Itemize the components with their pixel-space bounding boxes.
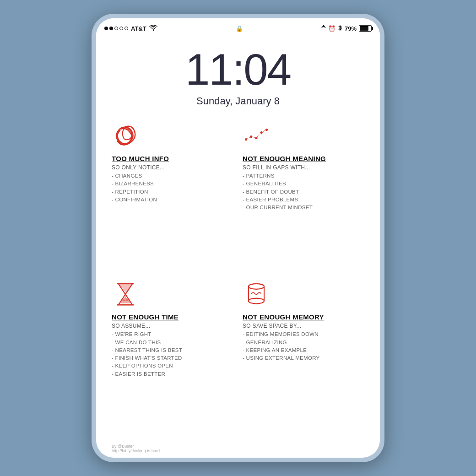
q1-title: Too Much Info xyxy=(112,155,233,162)
battery-fill xyxy=(360,26,368,31)
trend-line-icon xyxy=(243,122,270,150)
alarm-icon: ⏰ xyxy=(328,25,335,32)
footer-credit: By @Busterhttp://bit.ly/thinking-is-hard xyxy=(96,441,380,458)
phone-outer: AT&T 🔒 xyxy=(92,14,384,462)
clock-section: 11:04 Sunday, January 8 xyxy=(96,38,380,112)
quadrant-4: Not Enough Memory So Save Space By... - … xyxy=(238,275,369,441)
database-icon xyxy=(243,281,270,308)
quadrant-2: Not Enough Meaning So Fill in Gaps With.… xyxy=(238,116,369,275)
lock-icon: 🔒 xyxy=(236,25,243,32)
q4-icon-area xyxy=(243,278,364,310)
q4-title: Not Enough Memory xyxy=(243,313,364,321)
credit-text: By @Busterhttp://bit.ly/thinking-is-hard xyxy=(112,444,160,453)
content-grid: Too Much Info So Only Notice... - Change… xyxy=(96,112,380,441)
bluetooth-icon xyxy=(338,25,342,32)
quadrant-1: Too Much Info So Only Notice... - Change… xyxy=(107,116,238,275)
quadrant-3: Not Enough Time So Assume... - We're Rig… xyxy=(107,275,238,441)
list-item: - We're Right xyxy=(112,330,233,338)
list-item: - We Can Do This xyxy=(112,339,233,346)
q4-list: - Editing Memories Down - Generalizing -… xyxy=(243,330,364,362)
list-item: - Our Current Mindset xyxy=(243,204,364,211)
location-icon xyxy=(321,25,326,32)
q2-subtitle: So Fill in Gaps With... xyxy=(243,164,364,171)
carrier-label: AT&T xyxy=(131,25,146,32)
svg-point-11 xyxy=(249,298,264,304)
hourglass-icon xyxy=(112,281,139,308)
signal-dot-5 xyxy=(124,27,128,30)
list-item: - Easier Problems xyxy=(243,196,364,204)
signal-dot-3 xyxy=(114,27,118,30)
q3-title: Not Enough Time xyxy=(112,313,233,321)
clock-date: Sunday, January 8 xyxy=(96,95,380,107)
list-item: - Confirmation xyxy=(112,196,233,204)
battery-icon xyxy=(359,25,372,32)
signal-dot-2 xyxy=(109,27,113,30)
q2-title: Not Enough Meaning xyxy=(243,155,364,162)
phone-screen: AT&T 🔒 xyxy=(96,18,380,458)
list-item: - Editing Memories Down xyxy=(243,330,364,338)
list-item: - Keeping An Example xyxy=(243,346,364,354)
svg-point-8 xyxy=(249,284,264,289)
list-item: - Keep Options Open xyxy=(112,362,233,370)
q1-list: - Changes - Bizarreness - Repetition - C… xyxy=(112,172,233,204)
svg-point-0 xyxy=(153,29,154,30)
signal-dots xyxy=(104,27,128,30)
list-item: - Nearest Thing Is Best xyxy=(112,346,233,354)
list-item: - Patterns xyxy=(243,172,364,180)
status-center: 🔒 xyxy=(236,25,243,32)
q4-subtitle: So Save Space By... xyxy=(243,323,364,329)
q2-icon-area xyxy=(243,120,364,152)
signal-dot-1 xyxy=(104,27,108,30)
status-left: AT&T xyxy=(104,25,157,32)
battery-percent: 79% xyxy=(345,25,357,32)
signal-dot-4 xyxy=(119,27,123,30)
list-item: - Repetition xyxy=(112,188,233,196)
list-item: - Benefit of Doubt xyxy=(243,188,364,196)
q3-icon-area xyxy=(112,278,233,310)
wifi-icon xyxy=(149,25,157,32)
q1-subtitle: So Only Notice... xyxy=(112,164,233,171)
status-bar: AT&T 🔒 xyxy=(96,18,380,38)
list-item: - Changes xyxy=(112,172,233,180)
list-item: - Generalities xyxy=(243,180,364,188)
clock-time: 11:04 xyxy=(96,48,380,92)
q2-list: - Patterns - Generalities - Benefit of D… xyxy=(243,172,364,211)
list-item: - Using External Memory xyxy=(243,354,364,362)
list-item: - Finish What's Started xyxy=(112,354,233,362)
q3-subtitle: So Assume... xyxy=(112,323,233,329)
status-right: ⏰ 79% xyxy=(321,25,372,32)
q1-icon-area xyxy=(112,120,233,152)
tangled-ball-icon xyxy=(112,122,139,150)
list-item: - Bizarreness xyxy=(112,180,233,188)
list-item: - Generalizing xyxy=(243,339,364,346)
q3-list: - We're Right - We Can Do This - Nearest… xyxy=(112,330,233,378)
list-item: - Easier Is Better xyxy=(112,370,233,378)
